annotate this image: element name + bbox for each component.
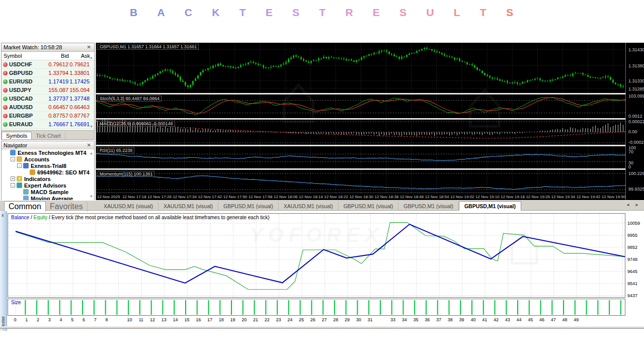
tree-item[interactable]: -Exness-Trial8 <box>2 162 94 169</box>
title-letter: T <box>319 7 326 19</box>
tree-item[interactable]: MACD Sample <box>2 189 94 195</box>
table-row[interactable]: ↑USDCAD1.377371.37748 <box>2 95 94 103</box>
chart-tab[interactable]: XAUUSD,M1 (visual) <box>158 202 218 210</box>
market-watch-tab-tick-chart[interactable]: Tick Chart <box>32 132 65 139</box>
time-tick-label: 12 Nov 18:14 <box>299 195 323 199</box>
expert-icon <box>23 189 29 195</box>
chart-tab[interactable]: GBPUSD,M1 (visual) <box>398 202 459 210</box>
graph-x-tick-label: 18 <box>216 317 226 322</box>
arrow-up-icon: ↑ <box>3 79 8 84</box>
graph-x-tick-label: 34 <box>399 317 410 322</box>
size-label: Size <box>11 300 21 305</box>
table-row[interactable]: ↓AUDUSD0.664570.66463 <box>2 103 94 112</box>
table-row[interactable]: ↓USDJPY155.087155.094 <box>2 86 94 95</box>
graph-x-tick-label: 6 <box>79 317 89 322</box>
tester-close-icon[interactable]: x <box>2 213 4 218</box>
column-bid: Bid <box>43 52 69 60</box>
candlestick-chart <box>96 43 626 93</box>
graph-x-tick-label: 20 <box>239 317 249 322</box>
title-letter: L <box>454 7 460 19</box>
title-letter: B <box>130 7 137 19</box>
bid-cell: 155.087 <box>42 86 68 94</box>
symbol-name: EURUSD <box>9 77 32 85</box>
symbol-cell: ↓AUDUSD <box>2 103 42 111</box>
market-watch-tab-symbols[interactable]: Symbols <box>2 132 32 139</box>
time-tick-label: 12 Nov 19:26 <box>526 195 550 199</box>
chart-symbol-label: GBPUSD,M1 1.31657 1.31664 1.31657 1.3166… <box>98 44 199 50</box>
symbol-name: GBPUSD <box>9 69 33 77</box>
tree-item[interactable]: -Expert Advisors <box>2 182 94 189</box>
collapse-icon[interactable]: - <box>11 157 15 161</box>
tab-bar: CommonFavorites XAUUSD,M1 (visual)XAUUSD… <box>0 200 644 211</box>
symbol-name: EURAUD <box>9 120 33 128</box>
scale-tick-label: 100.2294 <box>628 171 644 176</box>
navigator-tab-favorites[interactable]: Favorites <box>46 202 88 212</box>
graph-y-tick-label: 9645 <box>627 269 637 274</box>
table-row[interactable]: ↑EURUSD1.174191.17425 <box>2 77 94 86</box>
title-letter: A <box>157 7 165 19</box>
time-tick-label: 12 Nov 19:10 <box>475 195 500 199</box>
time-tick-label: 12 Nov 19:02 <box>450 195 474 199</box>
collapse-icon[interactable]: - <box>11 183 15 188</box>
bid-cell: 0.66457 <box>42 103 68 111</box>
tree-item[interactable]: Exness Technologies MT4 <box>2 149 94 156</box>
balance-equity-chart <box>8 214 625 297</box>
chart-tab[interactable]: GBPUSD,M1 (visual) <box>339 202 399 210</box>
graph-x-tick-label: 48 <box>559 317 570 322</box>
navigator-scroll-down-icon[interactable]: ▼ <box>90 195 93 198</box>
graph-x-tick-label: 16 <box>193 317 203 322</box>
collapse-icon[interactable]: - <box>17 163 22 168</box>
time-tick-label: 12 Nov 18:22 <box>324 195 348 199</box>
time-axis: 12 Nov 202512 Nov 17:1812 Nov 17:2612 No… <box>96 193 626 201</box>
scale-tick-label: 103.099 <box>628 94 644 99</box>
graph-x-tick-label: 44 <box>514 317 524 322</box>
table-row[interactable]: ↓USDCHF0.796120.79621 <box>2 60 94 69</box>
table-row[interactable]: ↓GBPUSD1.337941.33801 <box>2 69 94 77</box>
navigator-close-icon[interactable]: ✕ <box>86 141 92 149</box>
arrow-down-icon: ↓ <box>3 88 8 93</box>
chart-tab[interactable]: XAUUSD,M1 (visual) <box>279 202 339 210</box>
graph-x-tick-label: 0 <box>10 317 20 322</box>
time-tick-label: 12 Nov 19:18 <box>501 195 525 199</box>
tab-scroll-arrows[interactable]: ◄ ► <box>626 203 641 207</box>
scale-tick-label: 1.31330 <box>628 78 644 83</box>
graph-x-tick-label: 40 <box>468 317 478 322</box>
scroll-up-icon[interactable]: ▲ <box>90 54 93 62</box>
title-letter: S <box>399 7 407 19</box>
ask-cell: 1.33801 <box>68 69 90 77</box>
graph-x-tick-label: 4 <box>56 317 66 322</box>
scroll-down-icon[interactable]: ▼ <box>90 125 93 128</box>
scale-tick-label: 99.9325 <box>628 187 644 192</box>
chart-tab[interactable]: GBPUSD,M1 (visual) <box>218 202 279 210</box>
expand-icon[interactable]: + <box>11 176 15 181</box>
table-row[interactable]: ↓EURGBP0.877570.87767 <box>2 112 94 120</box>
bid-cell: 1.76667 <box>42 120 68 128</box>
market-watch-titlebar: Market Watch: 10:58:28 ✕ <box>2 43 94 52</box>
graph-y-tick-label: 9852 <box>627 245 637 250</box>
market-watch-rows: ↓USDCHF0.796120.79621↓GBPUSD1.337941.338… <box>2 60 94 137</box>
chart-tab[interactable]: GBPUSD,M1 (visual) <box>459 201 521 211</box>
graph-x-tick-label: 3 <box>44 317 54 322</box>
tree-item[interactable]: -Accounts <box>2 156 94 162</box>
navigator-scroll-up-icon[interactable]: ▲ <box>90 151 93 155</box>
column-symbol: Symbol <box>2 52 43 60</box>
market-watch-panel: Market Watch: 10:58:28 ✕ Symbol Bid Ask … <box>1 43 95 140</box>
symbol-name: EURGBP <box>9 112 33 120</box>
graph-x-tick-label: 26 <box>308 317 318 322</box>
chart-tab[interactable]: XAUUSD,M1 (visual) <box>99 202 158 210</box>
tree-item[interactable]: Moving Average <box>2 195 94 200</box>
terminal-icon <box>10 150 16 155</box>
tree-item[interactable]: +fIndicators <box>2 175 94 182</box>
tree-item[interactable]: 69649962: SEO MT4 <box>2 169 94 175</box>
stochastic-chart <box>96 95 626 118</box>
market-watch-tab-row: SymbolsTick Chart <box>2 130 94 139</box>
graph-x-tick-label: 35 <box>411 317 421 322</box>
page-title: BACKTESTRESULTS <box>130 7 513 19</box>
market-watch-close-icon[interactable]: ✕ <box>86 43 92 51</box>
navigator-tab-common[interactable]: Common <box>4 201 46 212</box>
time-tick-label: 12 Nov 18:54 <box>425 195 449 199</box>
graph-x-tick-label: 22 <box>262 317 272 322</box>
title-letter: R <box>345 7 353 19</box>
table-row[interactable]: ↑EURAUD1.766671.76691 <box>2 120 94 129</box>
graph-x-tick-label: 29 <box>342 317 352 322</box>
